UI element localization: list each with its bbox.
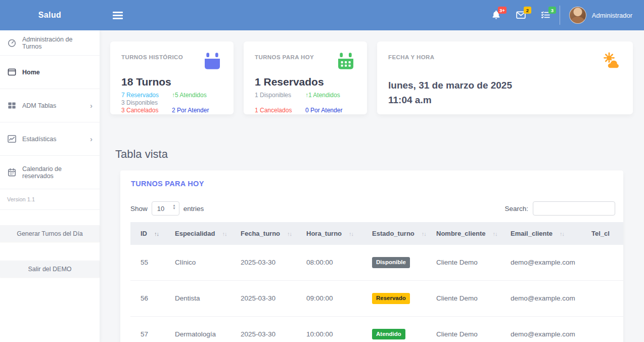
sidebar: Administración de Turnos Home ADM Tablas… <box>0 30 100 342</box>
card-turnos-hoy: TURNOS PARA HOY 1 Reservados 1 Disponibl… <box>244 41 367 114</box>
stat-disponibles: 1 Disponibles <box>255 92 305 99</box>
calendar-solid-icon <box>202 51 222 71</box>
column-header-fecha-turno[interactable]: Fecha_turno <box>232 222 297 245</box>
column-header-email-cliente[interactable]: Email_cliente <box>501 222 582 245</box>
page-size-select[interactable]: 10 <box>152 201 179 216</box>
column-header-tel-cliente[interactable]: Tel_cl <box>582 222 623 245</box>
user-menu[interactable]: Administrador <box>569 7 644 24</box>
card-fecha-hora: FECHA Y HORA lunes, 31 de marzo de 2025 … <box>377 41 633 114</box>
calendar-days-icon <box>336 51 356 71</box>
search-input[interactable] <box>533 201 615 216</box>
card-value: 1 Reservados <box>255 76 356 88</box>
stat-por-atender: 0 Por Atender <box>305 107 356 114</box>
card-title: TURNOS PARA HOY <box>255 51 314 60</box>
sidebar-item-label: ADM Tablas <box>22 102 56 109</box>
sidebar-item-calendario-reservados[interactable]: Calendario de reservados <box>0 156 100 189</box>
column-header-nombre-cliente[interactable]: Nombre_cliente <box>427 222 501 245</box>
column-header-hora-turno[interactable]: Hora_turno <box>297 222 363 245</box>
window-icon <box>7 67 17 77</box>
table-row[interactable]: 57 Dermatología 2025-03-30 10:00:00 Aten… <box>130 316 623 342</box>
page-title: Tabla vista <box>115 148 644 161</box>
user-avatar <box>569 7 586 24</box>
notifications-bell-button[interactable]: 3+ <box>491 10 502 21</box>
data-table: ID Especialidad Fecha_turno Hora_turno E… <box>130 222 623 342</box>
sidebar-item-administracion-turnos[interactable]: Administración de Turnos <box>0 30 100 56</box>
messages-button[interactable]: 2 <box>516 10 527 21</box>
version-label: Version 1.1 <box>0 189 100 210</box>
status-badge: Atendido <box>372 329 405 340</box>
table-card-title: TURNOS PARA HOY <box>131 180 623 188</box>
salir-demo-button[interactable]: Salir del DEMO <box>0 261 100 277</box>
header-divider <box>560 6 560 25</box>
messages-badge: 2 <box>524 7 531 14</box>
generar-turnos-button[interactable]: Generar Turnos del Día <box>0 225 100 242</box>
stat-cancelados: 3 Cancelados <box>121 107 172 114</box>
column-header-especialidad[interactable]: Especialidad <box>166 222 232 245</box>
sidebar-item-label: Estadísticas <box>22 136 56 143</box>
table-icon <box>7 101 17 110</box>
sidebar-item-adm-tablas[interactable]: ADM Tablas <box>0 89 100 122</box>
bell-badge: 3+ <box>498 7 507 14</box>
table-card: TURNOS PARA HOY Show 10 entries Search: <box>120 170 623 342</box>
sort-icon <box>553 230 564 237</box>
sidebar-item-label: Administración de Turnos <box>22 36 93 50</box>
sort-icon <box>486 230 497 237</box>
brand-logo[interactable]: Salud <box>0 11 100 20</box>
tasks-badge: 3 <box>548 7 556 14</box>
table-header-row: ID Especialidad Fecha_turno Hora_turno E… <box>130 222 623 245</box>
stat-atendidos: 1 Atendidos <box>305 92 356 99</box>
chevron-right-icon <box>90 102 93 109</box>
user-name: Administrador <box>592 12 632 19</box>
table-row[interactable]: 56 Dentista 2025-03-30 09:00:00 Reservad… <box>130 280 623 316</box>
calendar-icon <box>7 167 17 177</box>
sidebar-item-label: Home <box>22 69 40 76</box>
sidebar-item-estadisticas[interactable]: Estadísticas <box>0 122 100 156</box>
card-value: 18 Turnos <box>121 76 222 88</box>
card-turnos-historico: TURNOS HISTÓRICO 18 Turnos 7 Reservados … <box>110 41 234 114</box>
search-label: Search: <box>504 205 528 212</box>
status-badge: Disponible <box>372 257 410 268</box>
hamburger-menu-icon[interactable] <box>113 12 123 19</box>
stat-disponibles: 3 Disponibles <box>121 99 172 106</box>
sort-icon <box>280 230 292 237</box>
chart-line-icon <box>7 134 17 144</box>
sort-icon <box>147 230 159 237</box>
tachometer-icon <box>7 38 17 48</box>
stat-atendidos: 5 Atendidos <box>172 92 222 99</box>
card-title: TURNOS HISTÓRICO <box>121 51 183 60</box>
card-title: FECHA Y HORA <box>388 51 435 60</box>
entries-label: entries <box>183 205 204 212</box>
time-text: 11:04 a.m <box>388 95 622 106</box>
sort-icon <box>342 230 353 237</box>
top-bar: Salud 3+ 2 3 Administrador <box>0 0 644 30</box>
stat-reservados: 7 Reservados <box>121 92 172 99</box>
sort-icon <box>215 230 226 237</box>
stat-cancelados: 1 Cancelados <box>255 107 305 114</box>
table-row[interactable]: 55 Clínico 2025-03-30 08:00:00 Disponibl… <box>130 245 623 280</box>
column-header-id[interactable]: ID <box>130 222 166 245</box>
stat-por-atender: 2 Por Atender <box>172 107 222 114</box>
sidebar-item-home[interactable]: Home <box>0 56 100 89</box>
chevron-right-icon <box>90 135 93 143</box>
show-label: Show <box>130 205 148 212</box>
column-header-estado-turno[interactable]: Estado_turno <box>363 222 427 245</box>
sun-cloud-icon <box>602 51 622 71</box>
main-content: TURNOS HISTÓRICO 18 Turnos 7 Reservados … <box>100 30 644 342</box>
date-text: lunes, 31 de marzo de 2025 <box>388 80 622 91</box>
sidebar-item-label: Calendario de reservados <box>22 165 93 180</box>
sort-icon <box>415 230 426 237</box>
tasks-button[interactable]: 3 <box>540 10 551 21</box>
status-badge: Reservado <box>372 293 410 304</box>
